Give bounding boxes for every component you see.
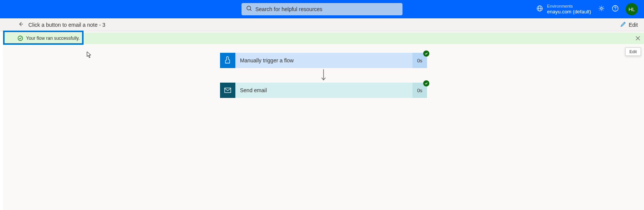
environment-picker[interactable]: Environments enayu.com (default) bbox=[536, 4, 591, 15]
globe-icon bbox=[536, 5, 543, 13]
connector-arrow-icon bbox=[320, 68, 327, 83]
svg-point-5 bbox=[601, 8, 603, 10]
success-badge-icon bbox=[423, 80, 429, 86]
search-placeholder: Search for helpful resources bbox=[255, 6, 322, 12]
success-message: Your flow ran successfully. bbox=[26, 36, 80, 41]
mail-icon bbox=[220, 83, 235, 98]
environment-name: enayu.com (default) bbox=[547, 9, 591, 15]
svg-point-7 bbox=[615, 10, 616, 10]
help-icon[interactable] bbox=[612, 5, 619, 13]
svg-rect-13 bbox=[225, 88, 231, 93]
close-icon[interactable] bbox=[636, 35, 640, 42]
environment-label: Environments bbox=[547, 4, 591, 9]
avatar[interactable]: HL bbox=[626, 3, 638, 15]
search-input[interactable]: Search for helpful resources bbox=[242, 3, 402, 15]
back-arrow-icon[interactable] bbox=[18, 21, 24, 29]
page-title: Click a button to email a note - 3 bbox=[28, 22, 105, 28]
cursor-icon bbox=[87, 51, 92, 60]
success-badge-icon bbox=[423, 50, 429, 57]
content-area: Your flow ran successfully. Edit Manuall… bbox=[0, 31, 644, 210]
edit-label: Edit bbox=[629, 22, 638, 28]
svg-line-1 bbox=[250, 10, 251, 11]
svg-point-9 bbox=[18, 36, 23, 41]
success-banner: Your flow ran successfully. bbox=[3, 33, 644, 44]
flow-step-send-email[interactable]: Send email 0s bbox=[220, 83, 427, 98]
flow-canvas: Manually trigger a flow 0s bbox=[3, 50, 644, 98]
flow-step-label: Manually trigger a flow bbox=[235, 53, 412, 68]
app-header: Search for helpful resources Environment… bbox=[0, 0, 644, 18]
gear-icon[interactable] bbox=[598, 5, 605, 13]
breadcrumb-bar: Click a button to email a note - 3 Edit bbox=[0, 18, 644, 31]
edit-tooltip: Edit bbox=[625, 47, 641, 56]
trigger-icon bbox=[220, 53, 235, 68]
check-circle-icon bbox=[18, 36, 23, 41]
flow-step-trigger[interactable]: Manually trigger a flow 0s bbox=[220, 53, 427, 68]
header-right: Environments enayu.com (default) HL bbox=[536, 3, 638, 15]
search-icon bbox=[246, 5, 255, 13]
svg-point-0 bbox=[247, 6, 251, 10]
avatar-initials: HL bbox=[629, 7, 635, 12]
edit-button[interactable]: Edit bbox=[620, 21, 638, 28]
pencil-icon bbox=[620, 21, 626, 28]
flow-step-label: Send email bbox=[235, 83, 412, 98]
